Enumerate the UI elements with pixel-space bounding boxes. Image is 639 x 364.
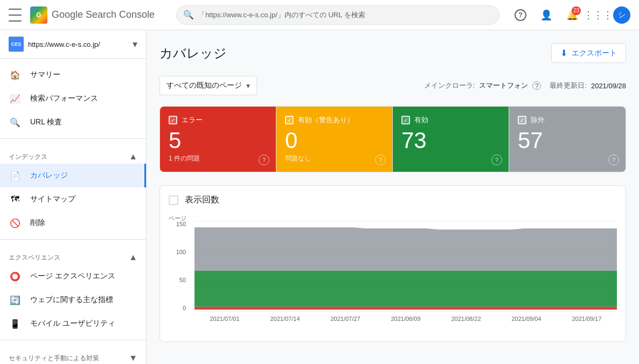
last-updated-label: 最終更新日: — [550, 81, 587, 90]
section-collapse-icon: ▲ — [129, 152, 137, 162]
status-cards: エラー 5 1 件の問題 ? 有効（警告あり） 0 問題なし ? — [159, 106, 626, 172]
sidebar-item-label: サイトマップ — [30, 194, 75, 204]
chevron-down-icon: ▾ — [133, 38, 137, 50]
chart-checkbox[interactable] — [169, 195, 178, 205]
last-updated-value: 2021/09/28 — [591, 82, 626, 90]
card-help-error[interactable]: ? — [259, 155, 269, 165]
x-label-5: 2021/09/04 — [496, 316, 557, 322]
filter-chevron-icon: ▾ — [246, 81, 250, 90]
removal-icon: 🚫 — [9, 216, 22, 229]
sidebar-item-summary[interactable]: 🏠 サマリー — [0, 63, 146, 87]
site-selector[interactable]: CES https://www.c-e-s.co.jp/ ▾ — [0, 30, 146, 59]
card-help-excluded[interactable]: ? — [608, 155, 619, 165]
menu-icon[interactable] — [9, 9, 22, 22]
svg-marker-6 — [195, 307, 617, 310]
sidebar-item-label: カバレッジ — [30, 171, 68, 180]
x-label-3: 2021/08/09 — [376, 316, 436, 322]
sidebar-divider-1 — [0, 138, 146, 139]
home-icon: 🏠 — [9, 68, 22, 81]
sidebar-item-url-inspection[interactable]: 🔍 URL 検査 — [0, 110, 146, 134]
card-subtitle-error: 1 件の問題 — [169, 154, 267, 163]
chart-plot — [195, 221, 617, 311]
card-checkbox-valid[interactable] — [401, 116, 410, 124]
sidebar-item-label: ページ エクスペリエンス — [30, 271, 115, 281]
user-icon-btn[interactable]: 👤 — [536, 4, 557, 26]
sidebar-item-label: URL 検査 — [30, 117, 62, 127]
sidebar: CES https://www.c-e-s.co.jp/ ▾ 🏠 サマリー 📈 … — [0, 30, 147, 364]
y-label-50: 50 — [169, 277, 186, 283]
apps-button[interactable]: ⋮⋮⋮ — [587, 4, 609, 26]
y-label-150: 150 — [169, 221, 186, 227]
status-card-error: エラー 5 1 件の問題 ? — [160, 107, 276, 172]
sidebar-item-label: 削除 — [30, 218, 45, 228]
section-security-label: セキュリティと手動による対策 — [9, 354, 99, 363]
search-bar[interactable]: 🔍 「https://www.c-e-s.co.jp/」内のすべての URL を… — [176, 5, 499, 25]
card-help-warning[interactable]: ? — [375, 155, 386, 165]
header-actions: ? 👤 🔔 23 ⋮⋮⋮ シ — [510, 4, 630, 26]
card-help-valid[interactable]: ? — [491, 155, 502, 165]
apps-grid-icon: ⋮⋮⋮ — [584, 9, 613, 21]
section-experience-label: エクスペリエンス — [9, 253, 60, 262]
card-label-warning: 有効（警告あり） — [298, 115, 354, 125]
svg-marker-5 — [195, 271, 617, 307]
main-layout: CES https://www.c-e-s.co.jp/ ▾ 🏠 サマリー 📈 … — [0, 30, 639, 364]
chart-area: ページ 150 100 50 0 — [169, 214, 617, 333]
trending-up-icon: 📈 — [9, 92, 22, 105]
sidebar-item-label: 検索パフォーマンス — [30, 94, 98, 103]
sidebar-item-label: ウェブに関する主な指標 — [30, 295, 113, 305]
section-index-label: インデックス — [9, 152, 47, 162]
x-axis: 2021/07/01 2021/07/14 2021/07/27 2021/08… — [195, 311, 617, 333]
card-checkbox-warning[interactable] — [285, 116, 294, 124]
sidebar-item-web-vitals[interactable]: 🔄 ウェブに関する主な指標 — [0, 288, 146, 312]
site-favicon: CES — [9, 37, 24, 52]
card-header-warning: 有効（警告あり） — [285, 115, 384, 125]
y-label-0: 0 — [169, 305, 186, 311]
mobile-icon: 📱 — [9, 317, 22, 330]
main-content: カバレッジ ⬇ エクスポート すべての既知のページ ▾ メインクローラ: スマー… — [147, 30, 639, 364]
card-subtitle-warning: 問題なし — [285, 154, 384, 163]
help-button[interactable]: ? — [510, 4, 531, 26]
card-label-valid: 有効 — [414, 115, 428, 125]
card-checkbox-error[interactable] — [169, 116, 177, 124]
coverage-icon: 📄 — [9, 169, 22, 182]
card-header-valid: 有効 — [401, 115, 500, 125]
sidebar-nav: 🏠 サマリー 📈 検索パフォーマンス 🔍 URL 検査 インデックス ▲ 📄 カ… — [0, 59, 146, 364]
x-label-4: 2021/08/22 — [436, 316, 496, 322]
logo-icon: G — [30, 6, 47, 24]
app-logo[interactable]: G Google Search Console — [30, 6, 155, 24]
avatar[interactable]: シ — [613, 6, 630, 24]
card-checkbox-excluded[interactable] — [518, 116, 526, 124]
section-security: セキュリティと手動による対策 ▼ — [0, 345, 146, 364]
help-icon: ? — [515, 9, 526, 21]
sidebar-divider-2 — [0, 239, 146, 240]
sidebar-item-coverage[interactable]: 📄 カバレッジ — [0, 164, 146, 187]
filter-bar: すべての既知のページ ▾ メインクローラ: スマートフォン ? 最終更新日: 2… — [159, 76, 626, 95]
export-button[interactable]: ⬇ エクスポート — [551, 43, 626, 63]
crawl-label: メインクローラ: — [424, 81, 475, 90]
site-url: https://www.c-e-s.co.jp/ — [28, 40, 130, 48]
crawl-value: スマートフォン — [479, 81, 528, 90]
download-icon: ⬇ — [560, 48, 567, 58]
chart-title: 表示回数 — [185, 194, 219, 206]
sidebar-item-page-experience[interactable]: ⭕ ページ エクスペリエンス — [0, 264, 146, 288]
card-label-error: エラー — [182, 115, 203, 125]
sidebar-item-search-performance[interactable]: 📈 検索パフォーマンス — [0, 87, 146, 110]
sidebar-item-sitemap[interactable]: 🗺 サイトマップ — [0, 187, 146, 211]
page-experience-icon: ⭕ — [9, 270, 22, 283]
crawl-info: メインクローラ: スマートフォン ? — [424, 81, 541, 90]
filter-label: すべての既知のページ — [166, 81, 242, 90]
x-label-1: 2021/07/14 — [255, 316, 315, 322]
sidebar-item-removal[interactable]: 🚫 削除 — [0, 211, 146, 235]
app-name: Google Search Console — [52, 9, 155, 20]
crawl-help-icon[interactable]: ? — [532, 81, 541, 90]
filter-dropdown[interactable]: すべての既知のページ ▾ — [159, 76, 257, 95]
last-updated-info: 最終更新日: 2021/09/28 — [550, 81, 626, 90]
page-header: カバレッジ ⬇ エクスポート — [159, 43, 626, 63]
section-index: インデックス ▲ — [0, 143, 146, 164]
notification-button[interactable]: 🔔 23 — [561, 4, 583, 26]
status-card-warning: 有効（警告あり） 0 問題なし ? — [276, 107, 393, 172]
sidebar-item-mobile-usability[interactable]: 📱 モバイル ユーザビリティ — [0, 312, 146, 335]
x-label-0: 2021/07/01 — [195, 316, 255, 322]
y-axis: 150 100 50 0 — [169, 221, 190, 311]
card-count-error: 5 — [169, 129, 267, 152]
